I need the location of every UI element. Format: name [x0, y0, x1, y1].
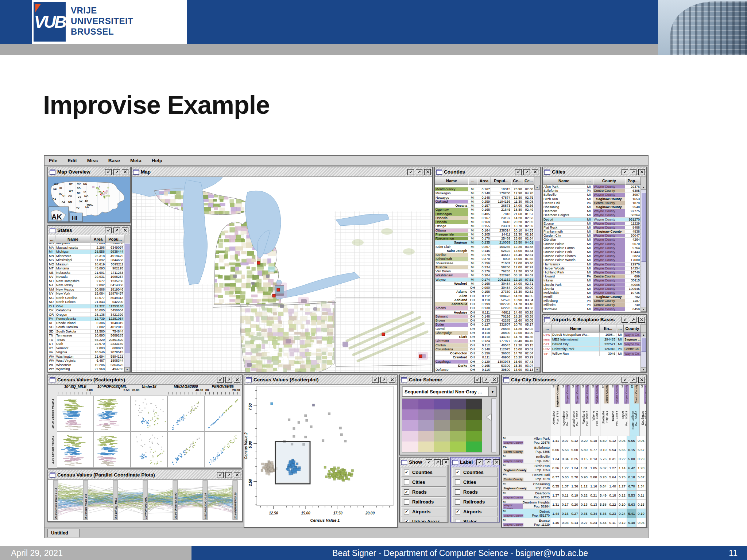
column-header[interactable]: Popu... [106, 235, 124, 243]
state-label-NV[interactable]: NV [59, 193, 62, 195]
distance-cell[interactable]: 5.77 [589, 445, 598, 454]
splom-cell[interactable] [94, 432, 131, 468]
table-row[interactable]: MAMassachusetts2.2966349097 [48, 246, 130, 250]
scroll-thumb[interactable] [535, 241, 539, 332]
maximize-icon[interactable] [434, 459, 441, 465]
table-row[interactable]: Lincoln ParkMIWayne County40008 [543, 283, 646, 287]
menu-help[interactable]: Help [152, 158, 162, 163]
close-icon[interactable] [638, 317, 645, 323]
table-row[interactable]: ChesaningMISaginaw County2548 [543, 205, 646, 209]
distance-cell[interactable]: 5.54 [608, 445, 617, 454]
map-overview-panel-titlebar[interactable]: Map Overview [48, 167, 130, 177]
table-row[interactable]: NVNevada29.9311998257 [48, 275, 130, 279]
table-row[interactable]: NYNew York15.08418976457 [48, 292, 130, 296]
distance-cell[interactable]: 1.22 [560, 463, 570, 472]
color-swatch[interactable] [450, 409, 466, 420]
table-row[interactable]: WIWisconsin19.2065363675 [48, 363, 130, 368]
airport-marker[interactable] [382, 333, 385, 336]
column-header[interactable]: ... [468, 177, 477, 185]
table-row[interactable]: DetroitMIWayne County951270 [543, 218, 646, 222]
column-header[interactable]: Popul... [491, 177, 511, 185]
distance-cell[interactable]: 0.12 [608, 436, 617, 445]
distance-cell[interactable]: 0.20 [570, 500, 579, 509]
color-swatch[interactable] [466, 442, 482, 452]
distance-cell[interactable]: 0.24 [617, 509, 627, 518]
distance-cell[interactable]: 5.88 [589, 472, 598, 482]
distance-cell[interactable]: 0.06 [636, 518, 646, 527]
distance-cell[interactable]: 5.57 [636, 445, 646, 454]
distance-cell[interactable]: 1.12 [579, 482, 589, 491]
maximize-icon[interactable] [485, 459, 491, 465]
distance-cell[interactable]: 1.01 [579, 463, 589, 472]
counties-panel-titlebar[interactable]: Counties [435, 167, 540, 177]
column-header[interactable]: Ce... [523, 177, 534, 185]
close-icon[interactable] [491, 377, 498, 383]
checkbox-row-states[interactable]: States [452, 517, 498, 522]
scroll-down-button[interactable]: ▼ [641, 367, 646, 372]
close-icon[interactable] [532, 169, 538, 175]
table-row[interactable]: WYWyoming27.968493782 [48, 367, 130, 372]
color-swatch[interactable] [402, 420, 418, 431]
distance-cell[interactable]: 6.77 [551, 472, 560, 482]
distance-cell[interactable]: 0.12 [617, 491, 627, 500]
distance-cell[interactable]: 5.80 [627, 454, 636, 463]
table-row[interactable]: Birch RunMISaginaw County1653 [543, 197, 646, 201]
close-icon[interactable] [234, 472, 240, 478]
matrix-row[interactable]: MIWayne CountyEcorsePop. 112291.460.030.… [502, 518, 646, 527]
table-row[interactable]: OgemawMI0.1682164518.8002.49 [435, 208, 540, 212]
us-overview-map[interactable]: WAORCANVIDUTAZMTWYCONMNDSDNEKSOKTXMNIAMO… [48, 177, 130, 222]
table-row[interactable]: DTWDetroit Metropolitan Wa...1698...MIWa… [543, 332, 646, 337]
table-row[interactable]: MelvindaleMIWayne County10735 [543, 291, 646, 295]
maximize-icon[interactable] [416, 169, 422, 175]
table-row[interactable]: Saint JosephMI0.1466242213.0003.34 [435, 249, 540, 253]
column-header[interactable]: Pop... [625, 177, 641, 185]
table-row[interactable]: Garden CityMIWayne County30047 [543, 234, 646, 238]
checkbox-row-airports[interactable]: ✓Airports [452, 507, 498, 516]
checkbox-row-railroads[interactable]: Railroads [401, 497, 446, 506]
distance-cell[interactable]: 0.27 [579, 518, 589, 527]
table-row[interactable]: NENebraska21.6011711263 [48, 271, 130, 275]
distance-cell[interactable]: 0.26 [551, 463, 560, 472]
maximize-icon[interactable] [523, 169, 530, 175]
table-row[interactable]: MontmorencyMI0.1671031523.9002.08 [435, 187, 540, 191]
state-label-AR[interactable]: AR [85, 200, 88, 202]
distance-cell[interactable]: 1.16 [589, 482, 598, 491]
table-row[interactable]: BellefontePACentre County6395 [543, 189, 646, 193]
table-row[interactable]: MerrillMISaginaw County782 [543, 295, 646, 299]
state-label-ND[interactable]: ND [77, 182, 81, 185]
color-swatch[interactable] [466, 431, 482, 442]
checkbox-row-roads[interactable]: ✓Roads [401, 487, 446, 497]
distance-cell[interactable]: 1.34 [636, 482, 646, 491]
maximize-icon[interactable] [630, 169, 636, 175]
distance-cell[interactable]: 1.36 [570, 482, 579, 491]
distance-cell[interactable]: 5.55 [627, 436, 636, 445]
splom-cell[interactable] [131, 432, 167, 468]
table-row[interactable]: DETDetroit City222571MIWayne Co... [543, 342, 646, 347]
distance-cell[interactable]: 5.48 [627, 518, 636, 527]
table-row[interactable]: MTMontana45.093902195 [48, 267, 130, 271]
matrix-row[interactable]: MIWayne CountyDearbornPop. 977751.370.11… [502, 491, 646, 500]
table-row[interactable]: NHNew Hampshire2.6771235786 [48, 279, 130, 284]
distance-cell[interactable]: 6.37 [598, 463, 608, 472]
distance-cell[interactable]: 0.15 [579, 454, 589, 463]
distance-cell[interactable]: 1.40 [608, 482, 617, 491]
table-row[interactable]: InksterMIWayne County30115 [543, 279, 646, 283]
show-panel-titlebar[interactable]: Show [400, 458, 448, 467]
table-row[interactable]: EcorseMIWayne County11229 [543, 222, 646, 226]
table-row[interactable]: Saint ClairMI0.20716423512.2003.88 [435, 245, 540, 249]
table-row[interactable]: LivoniaMIWayne County100545 [543, 287, 646, 291]
table-row[interactable]: ClermontOH0.12417797709.4004.45 [435, 339, 540, 343]
distance-cell[interactable]: 5.63 [560, 472, 570, 482]
table-row[interactable]: OROregon28.1383421399 [48, 313, 130, 317]
parcoords-axis-label[interactable]: 20.0 PEROVER65 10 [234, 492, 237, 519]
column-header[interactable]: ... [585, 177, 593, 185]
color-swatch[interactable] [418, 409, 434, 420]
distance-cell[interactable]: 1.24 [570, 463, 579, 472]
table-row[interactable]: TNTennessee10.8935689283 [48, 334, 130, 338]
table-row[interactable]: MillheimPACentre County749 [543, 303, 646, 307]
maximize-icon[interactable] [113, 228, 120, 233]
color-scheme-dropdown[interactable]: Sequential Sequential Non-Gray ...▼ [402, 386, 497, 397]
distance-cell[interactable]: 5.50 [598, 436, 608, 445]
table-row[interactable]: DefianceOH0.1163950013.9003.13 [435, 368, 540, 372]
checkbox-row-railroads[interactable]: Railroads [452, 497, 498, 506]
